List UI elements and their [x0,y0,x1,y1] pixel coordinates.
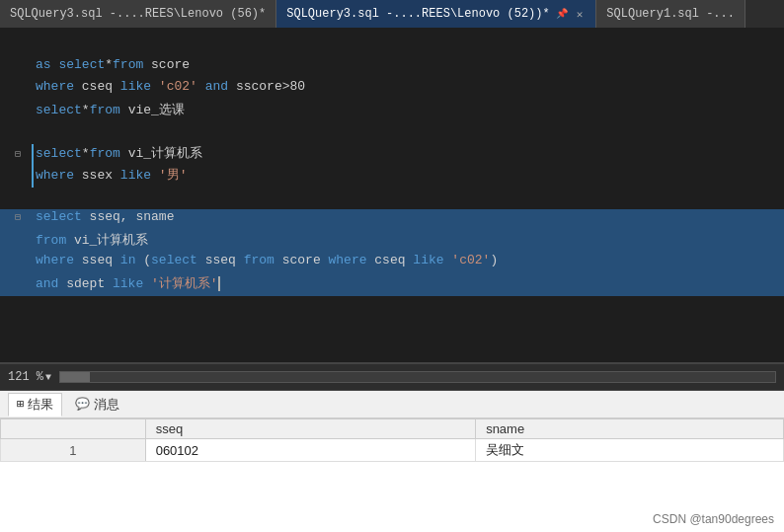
watermark: CSDN @tan90degrees [653,512,774,526]
line-1 [0,36,784,57]
col-sname-header: sname [476,419,784,439]
code-9: select sseq, sname [32,209,174,224]
results-tab-label: 结果 [28,396,53,414]
line-4: select*from vie_选课 [0,101,784,122]
row-num: 1 [1,439,146,462]
tab-2-label: SQLQuery3.sql -....REES\Lenovo (52))* [286,7,549,21]
editor-content: as select*from score where cseq like 'c0… [0,28,784,304]
line-9: ⊟ select sseq, sname [0,209,784,231]
col-sseq-header: sseq [145,419,475,439]
code-6: select*from vi_计算机系 [32,144,202,162]
scroll-thumb [60,372,90,382]
code-11: where sseq in (select sseq from score wh… [32,253,498,267]
tab-1-label: SQLQuery3.sql -....REES\Lenovo (56)* [10,7,266,21]
table-row: 1 060102 吴细文 [1,439,784,462]
gutter-9: ⊟ [4,211,32,223]
code-1 [32,36,43,50]
code-7: where ssex like '男' [32,166,187,184]
tab-3[interactable]: SQLQuery1.sql -... [596,0,745,28]
line-12: and sdept like '计算机系' [0,274,784,296]
code-3: where cseq like 'c02' and sscore>80 [32,79,305,94]
results-messages-label: 消息 [94,396,119,414]
line-10: from vi_计算机系 [0,231,784,253]
collapse-icon-9[interactable]: ⊟ [15,211,21,223]
tab-bar: SQLQuery3.sql -....REES\Lenovo (56)* SQL… [0,0,784,28]
line-11: where sseq in (select sseq from score wh… [0,253,784,274]
line-8 [0,188,784,209]
results-table: sseq sname 1 060102 吴细文 [0,418,784,462]
line-7: where ssex like '男' [0,166,784,188]
pin-icon: 📌 [556,8,568,20]
tab-3-label: SQLQuery1.sql -... [606,7,735,21]
results-tabs: ⊞ 结果 💬 消息 [0,391,784,418]
line-3: where cseq like 'c02' and sscore>80 [0,79,784,101]
row-sseq: 060102 [145,439,475,462]
editor: as select*from score where cseq like 'c0… [0,28,784,363]
code-4: select*from vie_选课 [32,101,185,118]
tab-1[interactable]: SQLQuery3.sql -....REES\Lenovo (56)* [0,0,276,28]
code-2: as select*from score [32,57,190,72]
line-6: ⊟ select*from vi_计算机系 [0,144,784,166]
line-2: as select*from score [0,57,784,79]
gutter-6: ⊟ [4,148,32,160]
cursor [218,276,220,291]
table-header-row: sseq sname [1,419,784,439]
results-panel: ⊞ 结果 💬 消息 sseq sname 1 060102 吴细文 [0,391,784,532]
results-grid-icon: ⊞ [17,397,24,412]
zoom-down-arrow[interactable]: ▼ [45,372,51,383]
collapse-icon-6[interactable]: ⊟ [15,148,21,160]
col-num-header [1,419,146,439]
tab-2[interactable]: SQLQuery3.sql -....REES\Lenovo (52))* 📌 … [276,0,596,28]
code-10: from vi_计算机系 [32,231,148,249]
code-8 [32,188,43,202]
results-tab-messages[interactable]: 💬 消息 [66,393,128,417]
line-5 [0,122,784,144]
scroll-track[interactable] [59,371,776,383]
zoom-level: 121 % [8,370,43,384]
close-icon[interactable]: ✕ [574,7,587,22]
results-tab-results[interactable]: ⊞ 结果 [8,393,62,417]
results-msg-icon: 💬 [75,397,90,412]
zoom-bar: 121 % ▼ [0,363,784,391]
code-5 [32,122,43,137]
code-12: and sdept like '计算机系' [32,274,220,292]
row-sname: 吴细文 [476,439,784,462]
